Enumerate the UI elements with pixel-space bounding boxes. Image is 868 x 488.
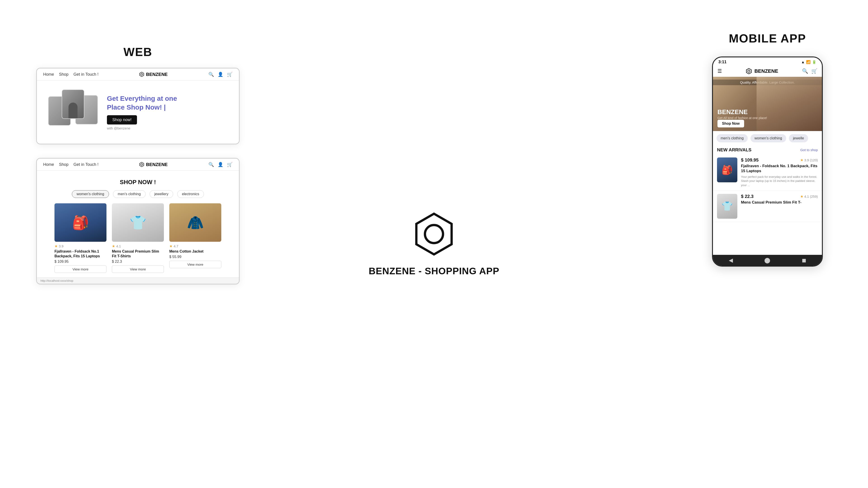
phone-status-bar: 3:11 ▲ 📶 🔋: [713, 57, 822, 66]
hero-card-2: [62, 90, 84, 119]
shop-nav-icons: 🔍 👤 🛒: [209, 162, 232, 167]
app-cat-womens[interactable]: women's clothing: [750, 134, 786, 142]
hero-with-text: with @benzene: [107, 126, 177, 130]
mobile-section: MOBILE APP 3:11 ▲ 📶 🔋 ☰ BENZENE 🔍: [712, 32, 823, 267]
product-price-1: $ 109.95: [55, 260, 106, 264]
hero-heading: Get Everything at one Place Shop Now! |: [107, 94, 177, 111]
browser-hero-frame: Home Shop Get in Touch ! BENZENE 🔍 👤 🛒: [36, 68, 240, 144]
mobile-label: MOBILE APP: [712, 32, 823, 45]
star-icon-2: ★: [112, 244, 115, 248]
star-icon-1: ★: [55, 244, 58, 248]
svg-marker-0: [140, 72, 144, 76]
view-btn-1[interactable]: View more: [55, 265, 106, 273]
app-product-img-1: [717, 158, 737, 182]
app-categories: men's clothing women's clothing jewelle: [713, 131, 822, 145]
app-product-info-2: $ 22.3 ★ 4.1 (259) Mens Casual Premium S…: [741, 194, 818, 219]
view-btn-3[interactable]: View more: [169, 261, 221, 268]
product-price-2: $ 22.3: [112, 260, 164, 264]
app-search-icon[interactable]: 🔍: [802, 68, 808, 74]
phone-nav-bar: ◀ ⬤ ◼: [713, 255, 822, 266]
app-price-row-2: $ 22.3 ★ 4.1 (259): [741, 194, 818, 199]
nav-action-icons: 🔍 👤 🛒: [209, 72, 232, 77]
shop-body: SHOP NOW ! women's clothing men's clothi…: [37, 170, 239, 278]
shop-categories: women's clothing men's clothing jeweller…: [43, 190, 232, 198]
app-product-desc-1: Your perfect pack for everyday use and w…: [741, 175, 818, 187]
status-time: 3:11: [718, 60, 726, 64]
hero-heading-line1: Get Everything at one: [107, 95, 177, 102]
product-name-3: Mens Cotton Jacket: [169, 249, 221, 254]
view-btn-2[interactable]: View more: [112, 265, 164, 273]
rating-val-2: 4.1: [116, 244, 121, 248]
shop-user-icon[interactable]: 👤: [218, 162, 223, 167]
shop-browser-nav: Home Shop Get in Touch ! BENZENE 🔍 👤 🛒: [37, 159, 239, 170]
app-product-name-2: Mens Casual Premium Slim Fit T-: [741, 200, 818, 205]
home-nav-icon[interactable]: ⬤: [764, 257, 770, 263]
shop-cart-icon[interactable]: 🛒: [227, 162, 232, 167]
shop-search-icon[interactable]: 🔍: [209, 162, 214, 167]
nav-links: Home Shop Get in Touch !: [43, 72, 98, 77]
battery-icon: 🔋: [812, 60, 816, 64]
hero-heading-line2: Place: [107, 103, 127, 111]
svg-point-7: [748, 70, 750, 72]
product-card-2: ★ 4.1 Mens Casual Premium Slim Fit T-Shi…: [112, 203, 164, 273]
new-arrivals-title: NEW ARRIVALS: [717, 147, 751, 153]
hero-images: [48, 90, 98, 135]
product-rating-2: ★ 4.1: [112, 244, 164, 248]
product-price-3: $ 55.99: [169, 255, 221, 259]
product-card-3: ★ 4.7 Mens Cotton Jacket $ 55.99 View mo…: [169, 203, 221, 273]
product-rating-1: ★ 3.9: [55, 244, 106, 248]
app-rating-2: ★ 4.1 (259): [800, 194, 818, 199]
app-product-item-1: $ 109.95 ★ 3.9 (120) Fjallraven - Foldsa…: [713, 154, 822, 191]
nav-home[interactable]: Home: [43, 72, 54, 77]
rating-val-3: 4.7: [174, 244, 178, 248]
browser-nav: Home Shop Get in Touch ! BENZENE 🔍 👤 🛒: [37, 68, 239, 80]
rating-val-1: 3.9: [59, 244, 64, 248]
svg-marker-2: [140, 162, 144, 167]
app-brand-name: BENZENE: [754, 68, 778, 74]
banner-shop-button[interactable]: Shop Now: [717, 120, 744, 127]
app-star-1: ★: [800, 158, 803, 162]
nav-contact[interactable]: Get in Touch !: [73, 72, 98, 77]
app-rating-val-2: 4.1 (259): [804, 195, 818, 198]
nav-brand: BENZENE: [146, 72, 168, 77]
web-section: WEB Home Shop Get in Touch ! BENZENE 🔍 👤…: [36, 45, 240, 298]
center-hexagon-logo: [411, 212, 457, 257]
shop-nav-shop[interactable]: Shop: [59, 162, 68, 167]
user-icon[interactable]: 👤: [218, 72, 223, 77]
app-rating-1: ★ 3.9 (120): [800, 158, 818, 162]
cat-womens[interactable]: women's clothing: [72, 190, 109, 198]
app-logo: BENZENE: [746, 68, 778, 74]
app-name-label: BENZENE - SHOPPING APP: [369, 266, 499, 276]
app-banner: Quality. Affordable. Large Collection. B…: [713, 77, 822, 131]
app-cart-icon[interactable]: 🛒: [811, 68, 817, 74]
svg-point-1: [141, 73, 143, 75]
web-label: WEB: [36, 45, 240, 59]
recents-nav-icon[interactable]: ◼: [802, 257, 806, 263]
cat-electronics[interactable]: electronics: [177, 190, 204, 198]
benzene-hex-icon: [139, 72, 144, 77]
cart-icon[interactable]: 🛒: [227, 72, 232, 77]
product-img-2: [112, 203, 164, 242]
hero-shop-button[interactable]: Shop now!: [107, 115, 137, 125]
cat-jewellery[interactable]: jewellery: [150, 190, 173, 198]
app-product-item-2: $ 22.3 ★ 4.1 (259) Mens Casual Premium S…: [713, 191, 822, 222]
shop-nav-contact[interactable]: Get in Touch !: [73, 162, 98, 167]
signal-icon: 📶: [806, 60, 811, 64]
shop-benzene-hex-icon: [139, 162, 144, 167]
svg-marker-4: [416, 214, 452, 254]
search-icon[interactable]: 🔍: [209, 72, 214, 77]
back-nav-icon[interactable]: ◀: [729, 257, 733, 263]
product-img-1: [55, 203, 106, 242]
app-cat-mens[interactable]: men's clothing: [717, 134, 748, 142]
app-product-img-2: [717, 194, 737, 219]
shop-nav-home[interactable]: Home: [43, 162, 54, 167]
app-cat-jewellery[interactable]: jewelle: [789, 134, 808, 142]
cat-mens[interactable]: men's clothing: [113, 190, 146, 198]
got-to-shop-link[interactable]: Got to shop: [800, 148, 818, 152]
status-icons: ▲ 📶 🔋: [801, 60, 816, 64]
center-section: BENZENE - SHOPPING APP: [369, 212, 499, 276]
app-star-2: ★: [800, 194, 803, 199]
hamburger-icon[interactable]: ☰: [717, 68, 722, 74]
nav-shop[interactable]: Shop: [59, 72, 68, 77]
app-price-1: $ 109.95: [741, 158, 758, 163]
